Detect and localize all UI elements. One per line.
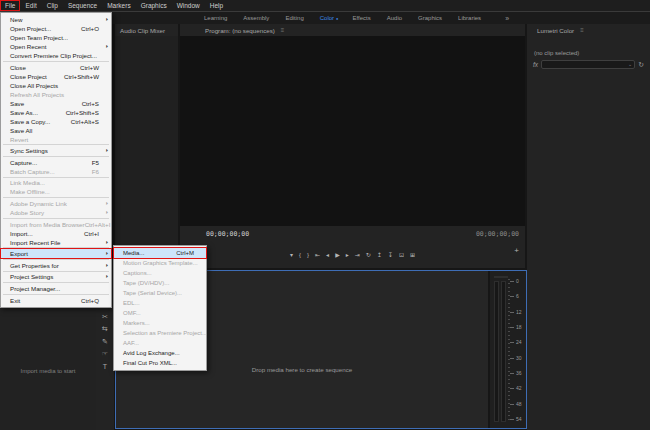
workspace-tab[interactable]: Assembly — [243, 15, 271, 21]
export-submenu-item[interactable]: Tape (DV/HDV)... — [114, 278, 206, 288]
mark-in-button[interactable]: { — [299, 252, 301, 258]
lumetri-color-panel: Lumetri Color ≡ (no clip selected) fx ⌄ … — [527, 24, 650, 430]
meter-db-ruler: 0 6 12 18 24 30 — [510, 279, 523, 422]
lumetri-panel-tab[interactable]: Lumetri Color ≡ — [527, 24, 650, 36]
file-menu-item[interactable]: Open Project... Ctrl+O — [1, 24, 111, 33]
workspace-tab[interactable]: Effects — [353, 15, 373, 21]
panel-menu-icon[interactable]: ≡ — [580, 27, 584, 33]
export-submenu-item[interactable]: Tape (Serial Device)... — [114, 288, 206, 298]
extract-button[interactable]: ↧ — [388, 252, 393, 258]
file-menu-item[interactable]: Adobe Dynamic Link ⏵ — [1, 199, 111, 208]
preset-dropdown[interactable]: ⌄ — [541, 60, 635, 69]
file-menu-item[interactable]: Import... Ctrl+I — [1, 229, 111, 238]
program-panel-tab[interactable]: Program: (no sequences) ≡ — [180, 24, 525, 36]
file-menu-item[interactable]: Capture... F5 — [1, 158, 111, 167]
db-ruler-mark: 54 — [510, 417, 523, 422]
pen-tool[interactable]: ✎ — [102, 338, 108, 345]
step-back-button[interactable]: ◂ — [326, 252, 329, 258]
type-tool[interactable]: T — [103, 363, 107, 370]
no-clip-selected-label: (no clip selected) — [527, 36, 650, 56]
workspace-tab[interactable]: Graphics — [418, 15, 444, 21]
file-menu-item[interactable]: Exit Ctrl+Q — [1, 296, 111, 305]
go-to-in-button[interactable]: ⇤ — [315, 252, 320, 258]
playhead-timecode[interactable]: 00;00;00;00 — [206, 230, 249, 238]
add-marker-button[interactable]: ▾ — [290, 252, 293, 258]
menubar-item[interactable]: Graphics — [136, 0, 172, 11]
razor-tool[interactable]: ✂ — [102, 313, 108, 320]
db-ruler-mark: 12 — [510, 310, 523, 315]
export-submenu-item[interactable]: Avid Log Exchange... — [114, 348, 206, 358]
workspace-tab[interactable]: Editing — [285, 15, 305, 21]
file-menu-item[interactable]: Revert — [1, 135, 111, 144]
export-submenu-item[interactable]: Selection as Premiere Project... — [114, 328, 206, 338]
shortcut-label: Ctrl+I — [84, 230, 102, 237]
export-submenu-item[interactable]: EDL... — [114, 298, 206, 308]
menubar-item[interactable]: File — [0, 0, 20, 11]
file-menu-item[interactable]: Save All — [1, 126, 111, 135]
fx-icon: fx — [533, 61, 538, 68]
file-menu-item[interactable]: Link Media... — [1, 178, 111, 187]
file-menu-item[interactable]: Project Settings ⏵ — [1, 272, 111, 281]
slip-tool[interactable]: ⇆ — [102, 325, 108, 332]
file-menu-item[interactable]: Adobe Story ⏵ — [1, 208, 111, 217]
file-menu-item[interactable]: Open Recent ⏵ — [1, 42, 111, 51]
audio-clip-mixer-panel: Audio Clip Mixer — [115, 24, 178, 268]
file-menu-item[interactable]: Batch Capture... F6 — [1, 167, 111, 176]
export-submenu-item[interactable]: Media... Ctrl+M — [114, 248, 206, 258]
file-menu-item[interactable]: Convert Premiere Clip Project... — [1, 51, 111, 60]
file-menu-item[interactable]: Save Ctrl+S — [1, 99, 111, 108]
file-menu-item[interactable]: Save As... Ctrl+Shift+S — [1, 108, 111, 117]
file-menu-item[interactable]: Import Recent File ⏵ — [1, 238, 111, 247]
tabs-overflow-chevron[interactable]: » — [505, 15, 509, 22]
export-submenu-item[interactable]: Final Cut Pro XML... — [114, 358, 206, 368]
reset-icon[interactable]: ↻ — [638, 61, 644, 69]
file-menu-item[interactable]: Sync Settings ⏵ — [1, 146, 111, 155]
comparison-view-button[interactable]: ⊞ — [410, 252, 415, 258]
file-menu-item[interactable]: Get Properties for ⏵ — [1, 261, 111, 270]
lift-button[interactable]: ↥ — [377, 252, 382, 258]
file-menu-item[interactable]: Export ⏵ — [1, 249, 111, 258]
export-submenu-item[interactable]: AAF... — [114, 338, 206, 348]
export-submenu-item[interactable]: Captions... — [114, 268, 206, 278]
file-menu-item[interactable]: Close All Projects — [1, 81, 111, 90]
file-menu-item[interactable]: Close Project Ctrl+Shift+W — [1, 72, 111, 81]
export-submenu-item[interactable]: Markers... — [114, 318, 206, 328]
mark-out-button[interactable]: } — [307, 252, 309, 258]
workspace-tab[interactable]: Audio — [387, 15, 404, 21]
hand-tool[interactable]: ☞ — [102, 350, 108, 357]
db-ruler-mark: 30 — [510, 356, 523, 361]
loop-button[interactable]: ↻ — [366, 252, 371, 258]
workspace-tab[interactable]: Color ● — [320, 15, 339, 21]
panel-menu-icon[interactable]: ≡ — [281, 27, 285, 33]
file-menu-dropdown: New ⏵ Open Project... Ctrl+O Open Team P… — [0, 12, 112, 308]
menubar-item[interactable]: Clip — [42, 0, 63, 11]
export-submenu-item[interactable]: OMF... — [114, 308, 206, 318]
go-to-out-button[interactable]: ⇥ — [355, 252, 360, 258]
menubar-item[interactable]: Edit — [20, 0, 41, 11]
button-editor-add-icon[interactable]: + — [514, 246, 519, 255]
file-menu-item[interactable]: Make Offline... — [1, 187, 111, 196]
export-frame-button[interactable]: ⊡ — [399, 252, 404, 258]
shortcut-label: Ctrl+W — [80, 64, 102, 71]
program-panel-title: Program: (no sequences) — [205, 27, 275, 34]
file-menu-item[interactable]: Save a Copy... Ctrl+Alt+S — [1, 117, 111, 126]
file-menu-item[interactable]: Import from Media Browser Ctrl+Alt+I — [1, 220, 111, 229]
workspace-tab[interactable]: Learning — [204, 15, 229, 21]
file-menu-item[interactable]: Project Manager... — [1, 284, 111, 293]
workspace-tab[interactable]: Libraries — [458, 15, 483, 21]
shortcut-label: Ctrl+M — [176, 250, 197, 256]
export-submenu-item[interactable]: Motion Graphics Template... — [114, 258, 206, 268]
file-menu-item[interactable]: Open Team Project... — [1, 33, 111, 42]
menubar-item[interactable]: Sequence — [63, 0, 102, 11]
file-menu-item[interactable]: New ⏵ — [1, 15, 111, 24]
menubar-item[interactable]: Window — [172, 0, 205, 11]
mixer-panel-tab[interactable]: Audio Clip Mixer — [115, 24, 178, 36]
step-forward-button[interactable]: ▸ — [346, 252, 349, 258]
menubar-item[interactable]: Help — [205, 0, 228, 11]
play-button[interactable]: ▶ — [335, 252, 340, 258]
file-menu-item[interactable]: Refresh All Projects — [1, 90, 111, 99]
unsaved-dot: ● — [336, 16, 338, 21]
db-tick — [510, 327, 514, 328]
menubar-item[interactable]: Markers — [102, 0, 135, 11]
file-menu-item[interactable]: Close Ctrl+W — [1, 63, 111, 72]
